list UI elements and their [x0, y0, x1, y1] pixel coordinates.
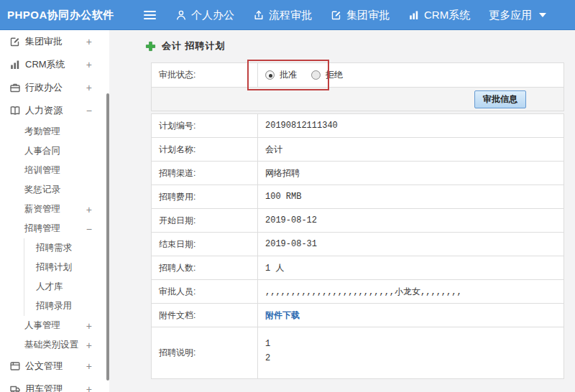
approval-status-value: 批准拒绝: [258, 63, 564, 88]
sidebar-item-9[interactable]: 招聘管理−: [0, 219, 109, 238]
sidebar-item-label: 人事管理: [24, 319, 60, 332]
sidebar-item-5[interactable]: 人事合同: [0, 141, 109, 161]
sidebar-item-13[interactable]: 招聘录用: [24, 297, 109, 316]
chevron-down-icon: [539, 13, 546, 17]
expand-icon[interactable]: +: [86, 340, 92, 350]
detail-row-0: 计划编号:20190812111340: [152, 114, 564, 138]
plan-detail-table: 计划编号:20190812111340计划名称:会计招聘渠道:网络招聘招聘费用:…: [151, 113, 564, 379]
topnav-item-label: 更多应用: [489, 9, 532, 22]
radio-option-label: 批准: [280, 69, 297, 81]
book-icon: [9, 105, 21, 117]
detail-row-2: 招聘渠道:网络招聘: [152, 162, 564, 185]
detail-row-label: 附件文档:: [152, 304, 258, 327]
sidebar-item-15[interactable]: 基础类别设置+: [0, 335, 109, 355]
radio-unselected-icon[interactable]: [311, 70, 321, 80]
sidebar-item-2[interactable]: 行政办公+: [0, 76, 109, 99]
detail-row-value: 1 人: [265, 263, 284, 274]
sidebar-item-12[interactable]: 人才库: [24, 277, 109, 297]
detail-row-8: 附件文档:附件下载: [152, 304, 564, 327]
detail-row-5: 结束日期:2019-08-31: [152, 233, 564, 256]
bar-chart-icon: [9, 59, 21, 71]
form-panel: 审批状态: 批准拒绝 审批信息 计划编号:20190812111340计划名称:…: [151, 62, 564, 381]
topnav-item-0[interactable]: 个人办公: [175, 9, 234, 22]
sidebar-item-17[interactable]: 用车管理+: [0, 378, 109, 392]
approval-radio-group: 批准拒绝: [265, 69, 564, 81]
sidebar-item-label: 招聘需求: [36, 242, 72, 254]
page-title: 会计 招聘计划: [145, 39, 226, 52]
sidebar-item-14[interactable]: 人事管理+: [0, 316, 109, 335]
sidebar: 集团审批+CRM系统+行政办公+人力资源−考勤管理人事合同培训管理奖惩记录薪资管…: [0, 30, 109, 392]
expand-icon[interactable]: +: [86, 384, 92, 392]
app-logo: PHPOA协同办公软件: [7, 0, 114, 30]
top-navigation: 个人办公流程审批集团审批CRM系统更多应用: [175, 0, 546, 30]
detail-row-value: 100 RMB: [265, 192, 301, 202]
sidebar-item-0[interactable]: 集团审批+: [0, 30, 109, 53]
sidebar-item-16[interactable]: 公文管理+: [0, 355, 109, 378]
sidebar-item-1[interactable]: CRM系统+: [0, 53, 109, 76]
detail-row-label: 计划编号:: [152, 114, 258, 138]
detail-row-6: 招聘人数:1 人: [152, 256, 564, 280]
expand-icon[interactable]: +: [86, 205, 92, 215]
sidebar-item-label: 行政办公: [25, 81, 63, 94]
sidebar-item-label: 人力资源: [25, 104, 63, 117]
expand-icon[interactable]: +: [86, 83, 92, 93]
topnav-item-3[interactable]: CRM系统: [408, 9, 470, 22]
sidebar-item-label: 奖惩记录: [24, 184, 60, 196]
radio-option-1[interactable]: 拒绝: [311, 69, 343, 81]
radio-option-label: 拒绝: [326, 69, 343, 81]
sidebar-item-8[interactable]: 薪资管理+: [0, 200, 109, 219]
detail-row-value: ,,,,,,,,,,,,,,,,,,,,,,,,,小龙女,,,,,,,,: [265, 287, 462, 297]
detail-row-label: 计划名称:: [152, 138, 258, 162]
detail-row-3: 招聘费用:100 RMB: [152, 185, 564, 209]
radio-selected-icon[interactable]: [265, 70, 275, 80]
detail-row-value: 20190812111340: [265, 121, 338, 131]
sidebar-item-label: 招聘管理: [24, 223, 60, 235]
approval-status-row: 审批状态: 批准拒绝: [152, 63, 564, 88]
detail-row-value: 会计: [265, 145, 282, 155]
sidebar-item-label: CRM系统: [25, 58, 65, 71]
menu-toggle-icon[interactable]: [144, 9, 157, 22]
sidebar-item-label: 人事合同: [24, 145, 60, 157]
expand-icon[interactable]: +: [86, 361, 92, 371]
expand-icon[interactable]: +: [86, 37, 92, 47]
topnav-item-1[interactable]: 流程审批: [253, 9, 312, 22]
sidebar-item-7[interactable]: 奖惩记录: [0, 180, 109, 200]
main-content: 会计 招聘计划 审批状态: 批准拒绝 审批信息 计划编号:20190812111…: [109, 30, 575, 392]
topnav-item-label: 集团审批: [346, 9, 390, 22]
sidebar-item-3[interactable]: 人力资源−: [0, 99, 109, 122]
expand-icon[interactable]: +: [86, 60, 92, 70]
add-icon[interactable]: [145, 41, 156, 52]
user-icon: [175, 9, 187, 21]
edit-icon: [331, 9, 342, 21]
expand-icon[interactable]: +: [86, 321, 92, 331]
document-icon: [9, 360, 21, 373]
approval-table: 审批状态: 批准拒绝 审批信息: [151, 62, 564, 111]
sidebar-item-10[interactable]: 招聘需求: [24, 238, 109, 258]
topbar: PHPOA协同办公软件 个人办公流程审批集团审批CRM系统更多应用: [0, 0, 575, 30]
approval-info-button[interactable]: 审批信息: [474, 90, 526, 108]
topnav-item-2[interactable]: 集团审批: [331, 9, 390, 22]
process-icon: [253, 9, 264, 21]
topnav-item-4[interactable]: 更多应用: [489, 9, 546, 22]
detail-row-value: 2019-08-31: [265, 239, 317, 249]
sidebar-item-6[interactable]: 培训管理: [0, 161, 109, 180]
radio-option-0[interactable]: 批准: [265, 69, 297, 81]
detail-row-1: 计划名称:会计: [152, 138, 564, 162]
sidebar-item-4[interactable]: 考勤管理: [0, 122, 109, 141]
briefcase-icon: [9, 82, 21, 94]
sidebar-item-11[interactable]: 招聘计划: [24, 258, 109, 277]
detail-row-7: 审批人员:,,,,,,,,,,,,,,,,,,,,,,,,,小龙女,,,,,,,…: [152, 280, 564, 304]
topnav-item-label: CRM系统: [424, 9, 470, 22]
collapse-icon[interactable]: −: [86, 224, 92, 234]
approval-button-row: 审批信息: [152, 88, 564, 111]
edit-square-icon: [9, 36, 21, 48]
detail-row-label: 招聘渠道:: [152, 162, 258, 185]
detail-row-label: 审批人员:: [152, 280, 258, 304]
vehicle-icon: [9, 383, 21, 392]
detail-row-label: 招聘费用:: [152, 185, 258, 209]
attachment-download-link[interactable]: 附件下载: [265, 311, 300, 321]
collapse-icon[interactable]: −: [86, 106, 92, 116]
topnav-item-label: 流程审批: [269, 9, 312, 22]
detail-row-label: 招聘人数:: [152, 256, 258, 280]
chart-icon: [408, 9, 420, 21]
